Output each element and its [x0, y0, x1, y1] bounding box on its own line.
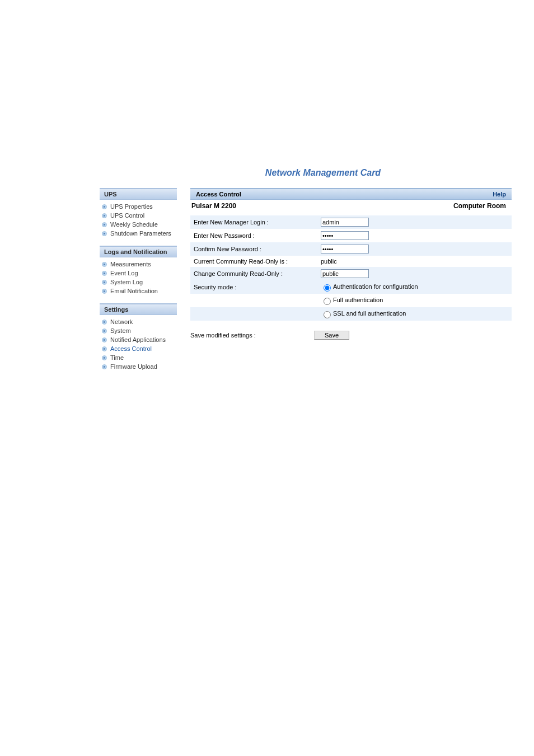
sidebar-section-header: UPS: [100, 188, 177, 200]
save-row: Save modified settings : Save: [190, 331, 512, 340]
panel-header: Access Control Help: [190, 188, 512, 200]
sidebar-item-label[interactable]: Weekly Schedule: [110, 221, 158, 228]
security-mode-radio[interactable]: [324, 311, 331, 318]
sidebar-item-label[interactable]: Email Notification: [110, 288, 158, 294]
sidebar-item-label[interactable]: Network: [110, 318, 133, 325]
sidebar-item-label[interactable]: Notified Applications: [110, 336, 166, 343]
security-mode-radio[interactable]: [324, 298, 331, 305]
arrow-icon: [102, 222, 107, 227]
sidebar-item[interactable]: Measurements: [100, 260, 177, 269]
arrow-icon: [102, 231, 107, 236]
form-label: Current Community Read-Only is :: [190, 256, 317, 267]
sidebar-item-label[interactable]: Event Log: [110, 270, 138, 276]
sidebar-item[interactable]: Notified Applications: [100, 335, 177, 344]
save-button[interactable]: Save: [314, 331, 349, 340]
save-label: Save modified settings :: [190, 332, 314, 339]
arrow-icon: [102, 328, 107, 334]
help-link[interactable]: Help: [493, 191, 506, 198]
sidebar-item-label[interactable]: UPS Control: [110, 212, 144, 219]
sidebar: UPSUPS PropertiesUPS ControlWeekly Sched…: [100, 188, 177, 379]
arrow-icon: [102, 271, 107, 276]
sidebar-item[interactable]: System Log: [100, 278, 177, 287]
device-name: Pulsar M 2200: [191, 202, 236, 210]
form-label: Security mode :: [190, 280, 317, 294]
form-label: Enter New Manager Login :: [190, 215, 317, 229]
sidebar-section-header: Settings: [100, 303, 177, 315]
sidebar-item[interactable]: Time: [100, 353, 177, 362]
password-input[interactable]: [321, 245, 369, 253]
form-label: [190, 294, 317, 307]
sidebar-item-label[interactable]: UPS Properties: [110, 203, 153, 210]
sidebar-item-label[interactable]: System Log: [110, 279, 143, 285]
arrow-icon: [102, 337, 107, 342]
form-static-value: public: [317, 256, 512, 267]
sidebar-item-label[interactable]: Firmware Upload: [110, 363, 157, 370]
page-title: Network Management Card: [112, 168, 534, 178]
form-label: Change Community Read-Only :: [190, 267, 317, 280]
arrow-icon: [102, 262, 107, 267]
sidebar-item-label[interactable]: Access Control: [110, 345, 152, 352]
arrow-icon: [102, 289, 107, 294]
sidebar-item[interactable]: Email Notification: [100, 287, 177, 295]
arrow-icon: [102, 355, 107, 360]
sidebar-section-header: Logs and Notification: [100, 246, 177, 257]
text-input[interactable]: [321, 218, 369, 227]
sidebar-item[interactable]: UPS Properties: [100, 202, 177, 211]
sidebar-item[interactable]: Weekly Schedule: [100, 220, 177, 229]
arrow-icon: [102, 346, 107, 351]
form-label: Enter New Password :: [190, 229, 317, 242]
main-panel: Access Control Help Pulsar M 2200 Comput…: [190, 188, 512, 340]
settings-form: Enter New Manager Login :Enter New Passw…: [190, 215, 512, 321]
radio-label: Authentication for configuration: [333, 283, 418, 290]
panel-subheader: Pulsar M 2200 Computer Room: [190, 200, 512, 215]
arrow-icon: [102, 364, 107, 369]
arrow-icon: [102, 320, 107, 325]
panel-title: Access Control: [196, 191, 241, 198]
security-mode-radio[interactable]: [324, 284, 331, 292]
text-input[interactable]: [321, 269, 369, 278]
sidebar-item-label[interactable]: Shutdown Parameters: [110, 230, 171, 237]
password-input[interactable]: [321, 231, 369, 240]
sidebar-item[interactable]: Access Control: [100, 344, 177, 353]
sidebar-item[interactable]: Firmware Upload: [100, 362, 177, 371]
location-name: Computer Room: [453, 202, 506, 210]
arrow-icon: [102, 280, 107, 285]
form-label: Confirm New Password :: [190, 242, 317, 256]
radio-label: SSL and full authentication: [333, 310, 406, 317]
sidebar-item-label[interactable]: Time: [110, 354, 124, 361]
sidebar-item[interactable]: System: [100, 326, 177, 335]
radio-label: Full authentication: [333, 297, 383, 303]
sidebar-item-label[interactable]: System: [110, 327, 131, 334]
sidebar-item[interactable]: UPS Control: [100, 211, 177, 220]
sidebar-item[interactable]: Shutdown Parameters: [100, 229, 177, 238]
form-label: [190, 307, 317, 321]
sidebar-item[interactable]: Event Log: [100, 269, 177, 278]
arrow-icon: [102, 204, 107, 209]
arrow-icon: [102, 213, 107, 218]
sidebar-item[interactable]: Network: [100, 317, 177, 326]
sidebar-item-label[interactable]: Measurements: [110, 261, 151, 267]
